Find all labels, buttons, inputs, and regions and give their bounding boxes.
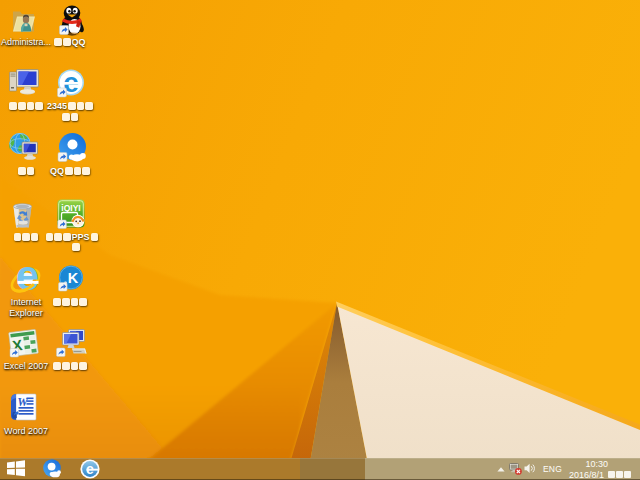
svg-text:iQIYI: iQIYI [61,203,80,213]
svg-text:K: K [68,270,79,286]
